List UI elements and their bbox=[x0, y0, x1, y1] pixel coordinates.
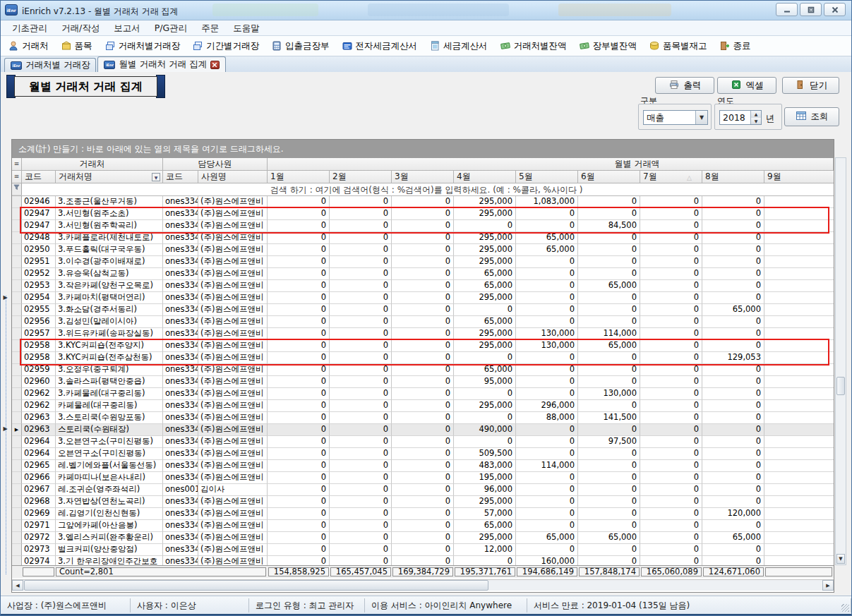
cell-month-4: 0 bbox=[454, 352, 516, 364]
splitter-expand-icon[interactable]: ▶ bbox=[1, 292, 10, 303]
table-row[interactable]: 029533.작은카페(양천구오목로)ones334(주)원스에프앤비00065… bbox=[12, 280, 834, 292]
toolbar-cash-book[interactable]: 입출금장부 bbox=[271, 40, 330, 52]
cell-month-6: 65,000 bbox=[578, 340, 640, 352]
spin-up-icon[interactable]: ▲ bbox=[751, 111, 761, 118]
menu-item-0[interactable]: 기초관리 bbox=[5, 20, 54, 35]
row-indicator bbox=[12, 532, 22, 544]
toolbar-exit[interactable]: 종료 bbox=[719, 40, 751, 52]
tab-close-icon[interactable] bbox=[210, 61, 220, 69]
maximize-button[interactable] bbox=[800, 3, 822, 16]
table-row[interactable]: 029503.푸드홀릭(대구국우동)ones334(주)원스에프앤비000295… bbox=[12, 244, 834, 256]
close-page-button[interactable]: 닫기 bbox=[782, 77, 839, 94]
table-row[interactable]: 02969레.김영기(인천신현동)ones334(주)원스에프앤비00057,0… bbox=[12, 508, 834, 520]
column-header-emp-code[interactable]: 코드 bbox=[163, 171, 198, 183]
month-column-header-6[interactable]: 6월 bbox=[578, 171, 640, 183]
table-row[interactable]: 029573.위드유카페(송파장실동)ones334(주)원스에프앤비00029… bbox=[12, 328, 834, 340]
column-filter-icon[interactable]: ▼ bbox=[152, 173, 160, 181]
year-spinner[interactable]: 2018 ▲ ▼ bbox=[719, 110, 762, 125]
month-column-header-4[interactable]: 4월 bbox=[454, 171, 516, 183]
query-button[interactable]: 조회 bbox=[784, 107, 839, 126]
menu-item-2[interactable]: 보고서 bbox=[107, 20, 148, 35]
toolbar-customers[interactable]: 거래처 bbox=[8, 40, 49, 52]
table-row[interactable]: 029643.오븐연구소(구미진평동)ones334(주)원스에프앤비00000… bbox=[12, 436, 834, 448]
table-row[interactable]: 029633.스토리쿡(수원망포동)ones334(주)원스에프앤비000088… bbox=[12, 412, 834, 424]
table-row[interactable]: 029473.서민형(원주소초)ones334(주)원스에프앤비000295,0… bbox=[12, 208, 834, 220]
toolbar-tax-invoice[interactable]: 세금계산서 bbox=[429, 40, 488, 52]
table-row[interactable]: 02973벌크커피(양산중앙점)ones334(주)원스에프앤비00012,00… bbox=[12, 544, 834, 556]
tab-1[interactable]: iEnr월별 거래처 거래 집계 bbox=[97, 56, 225, 72]
table-row[interactable]: 029683.자연밥상(연천노곡리)ones334(주)원스에프앤비000295… bbox=[12, 496, 834, 508]
toolbar-customer-balance[interactable]: 거래처별잔액 bbox=[500, 40, 567, 52]
vertical-scrollbar[interactable]: ▼ bbox=[835, 157, 846, 565]
toolbar-ledger-balance[interactable]: 장부별잔액 bbox=[579, 40, 637, 52]
tab-0[interactable]: iEnr거래처별 거래장 bbox=[4, 58, 96, 72]
vertical-scroll-thumb[interactable] bbox=[836, 377, 845, 395]
cell-month-8: 0 bbox=[702, 484, 764, 496]
month-column-header-8[interactable]: 8월 bbox=[702, 171, 764, 183]
toolbar-items[interactable]: 품목 bbox=[61, 40, 92, 52]
table-row[interactable]: 029593.오정우(중구퇴계)ones334(주)원스에프앤비00065,00… bbox=[12, 364, 834, 376]
cell-customer-name: 3.이수경(광주이배재로) bbox=[56, 256, 163, 268]
cell-month-8: 0 bbox=[702, 280, 764, 292]
toolbar-item-stock[interactable]: 품목별재고 bbox=[649, 40, 707, 52]
table-row[interactable]: ▶02963스토리쿡(수원태장)ones334(주)원스에프앤비000490,0… bbox=[12, 424, 834, 436]
table-row[interactable]: 029553.화소담(경주서동리)ones334(주)원스에프앤비0000000… bbox=[12, 304, 834, 316]
table-row[interactable]: 029473.서민형(원주학곡리)ones334(주)원스에프앤비0000084… bbox=[12, 220, 834, 232]
horizontal-scrollbar[interactable]: ◀ ▶ bbox=[12, 579, 834, 591]
print-button[interactable]: 출력 bbox=[655, 77, 714, 94]
month-column-header-2[interactable]: 2월 bbox=[330, 171, 392, 183]
table-row[interactable]: 029583.KYC커피숍(전주삼천동)ones334(주)원스에프앤비0000… bbox=[12, 352, 834, 364]
table-row[interactable]: 02965레.벨기에와플(서울동선동)ones334(주)원스에프앤비00048… bbox=[12, 460, 834, 472]
cell-emp-name: (주)원스에프앤비 bbox=[198, 520, 268, 532]
splitter-expand-icon[interactable]: ▶ bbox=[1, 423, 10, 434]
toolbar-customer-ledger[interactable]: 거래처별거래장 bbox=[104, 40, 181, 52]
cell-month-4: 0 bbox=[454, 220, 516, 232]
table-row[interactable]: 029523.유승욱(삼척교동)ones334(주)원스에프앤비00065,00… bbox=[12, 268, 834, 280]
pane-splitter[interactable] bbox=[6, 296, 6, 574]
menu-item-5[interactable]: 도움말 bbox=[226, 20, 267, 35]
toolbar-e-tax-invoice[interactable]: 전자세금계산서 bbox=[342, 40, 418, 52]
cell-code: 02964 bbox=[22, 448, 56, 460]
toolbar-period-ledger[interactable]: 기간별거래장 bbox=[192, 40, 259, 52]
table-row[interactable]: 029463.조종근(울산무거동)ones334(주)원스에프앤비000295,… bbox=[12, 196, 834, 208]
column-header-code[interactable]: 코드 bbox=[22, 171, 56, 183]
table-row[interactable]: 02966카페마띠나(보은사내리)ones334(주)원스에프앤비000195,… bbox=[12, 472, 834, 484]
table-row[interactable]: 029743.기 한우리장애인주간보호ones334(주)원스에프앤비00001… bbox=[12, 556, 834, 565]
month-column-header-7[interactable]: 7월△ bbox=[640, 171, 702, 183]
minimize-button[interactable] bbox=[776, 3, 798, 16]
table-row[interactable]: 029723.엘리스커피(완주황운리)ones334(주)원스에프앤비00029… bbox=[12, 532, 834, 544]
horizontal-scroll-thumb[interactable] bbox=[24, 580, 488, 591]
column-header-customer-name[interactable]: 거래처명 ▼ bbox=[56, 171, 163, 183]
table-row[interactable]: 029563.김성민(말레이시아)ones334(주)원스에프앤비00065,0… bbox=[12, 316, 834, 328]
cell-customer-name: 3.김성민(말레이시아) bbox=[56, 316, 163, 328]
table-row[interactable]: 029583.KYC커피숍(전주양지)ones334(주)원스에프앤비00029… bbox=[12, 340, 834, 352]
month-column-header-9[interactable]: 9월 bbox=[764, 171, 834, 183]
table-row[interactable]: 029543.카페마치(평택머연리)ones334(주)원스에프앤비000295… bbox=[12, 292, 834, 304]
table-row[interactable]: 029483.카페플로라(제천내토로)ones334(주)원스에프앤비00029… bbox=[12, 232, 834, 244]
search-filter-row[interactable]: 검색 하기 : 여기에 검색어(형식 : %검색어)를 입력하세요. (예 : … bbox=[12, 183, 834, 196]
month-column-header-5[interactable]: 5월 bbox=[516, 171, 578, 183]
column-header-emp-name[interactable]: 사원명 bbox=[198, 171, 268, 183]
table-row[interactable]: 029603.솔라스파(평택안중읍)ones334(주)원스에프앤비00095,… bbox=[12, 376, 834, 388]
table-row[interactable]: 02971그앞에카페(아산음봉)ones334(주)원스에프앤비00065,00… bbox=[12, 520, 834, 532]
scroll-down-icon[interactable]: ▼ bbox=[836, 554, 845, 564]
table-row[interactable]: 02964오븐연구소(구미진평동)ones334(주)원스에프앤비000509,… bbox=[12, 448, 834, 460]
scroll-left-icon[interactable]: ◀ bbox=[12, 580, 23, 591]
gubun-select[interactable]: 매출 ▼ bbox=[643, 110, 708, 125]
group-by-hint-band[interactable]: 소계(計) 만들기 : 바로 아래에 있는 열의 제목을 여기로 드래그하세요. bbox=[12, 140, 834, 158]
group-header-row: ≡ 거래처 담당사원 월별 거래액 bbox=[12, 158, 834, 171]
month-column-header-1[interactable]: 1월 bbox=[268, 171, 330, 183]
table-row[interactable]: 02962카페물레(대구중리동)ones334(주)원스에프앤비000295,0… bbox=[12, 400, 834, 412]
table-row[interactable]: 029623.카페물레(대구중리동)ones334(주)원스에프앤비000001… bbox=[12, 388, 834, 400]
scroll-right-icon[interactable]: ▶ bbox=[822, 580, 834, 591]
table-row[interactable]: 029513.이수경(광주이배재로)ones334(주)원스에프앤비000295… bbox=[12, 256, 834, 268]
table-row[interactable]: 02967레.조귀순(영주좌석리)ones001김이사00096,0000000 bbox=[12, 484, 834, 496]
close-button[interactable] bbox=[824, 3, 846, 16]
chevron-down-icon[interactable]: ▼ bbox=[695, 111, 707, 124]
month-column-header-3[interactable]: 3월 bbox=[392, 171, 454, 183]
spin-down-icon[interactable]: ▼ bbox=[751, 118, 761, 125]
menu-item-4[interactable]: 주문 bbox=[194, 20, 226, 35]
excel-button[interactable]: 엑셀 bbox=[717, 77, 776, 94]
menu-item-3[interactable]: P/G관리 bbox=[148, 20, 194, 35]
menu-item-1[interactable]: 거래/작성 bbox=[54, 20, 107, 35]
